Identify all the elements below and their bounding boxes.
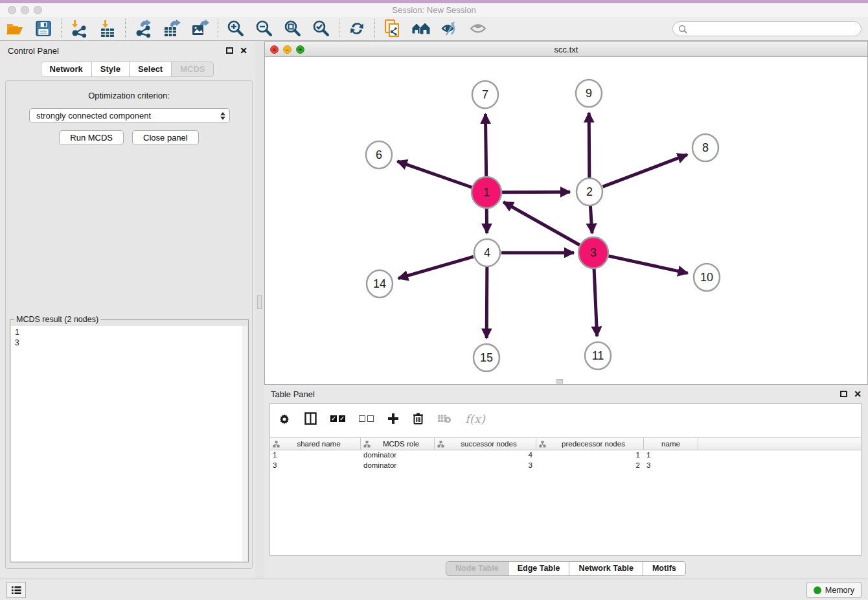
show-graphics-details-icon[interactable]	[468, 19, 488, 38]
tab-style[interactable]: Style	[91, 62, 130, 77]
refresh-layout-icon[interactable]	[347, 19, 367, 38]
graph-node-7[interactable]: 7	[472, 81, 498, 108]
graph-edge-1-6[interactable]	[397, 161, 473, 188]
column-header-predecessor-nodes[interactable]: predecessor nodes	[536, 438, 644, 450]
result-scrollbar[interactable]	[242, 326, 247, 561]
cell-shared-name[interactable]: 1	[270, 450, 361, 461]
graph-edge-3-11[interactable]	[594, 267, 597, 336]
table-mode-gear-icon[interactable]	[278, 412, 291, 425]
import-table-icon[interactable]	[98, 19, 117, 38]
graph-edge-2-9[interactable]	[589, 113, 589, 178]
graph-edge-2-8[interactable]	[603, 155, 687, 187]
memory-button[interactable]: Memory	[806, 582, 862, 598]
graph-edge-1-2[interactable]	[501, 192, 570, 192]
network-close-button[interactable]: ×	[270, 45, 279, 54]
task-history-button[interactable]	[6, 582, 26, 598]
close-table-panel-icon[interactable]: ✕	[854, 389, 862, 399]
column-header-successor-nodes[interactable]: successor nodes	[435, 438, 536, 450]
run-mcds-button[interactable]: Run MCDS	[59, 130, 124, 145]
cell-successor-nodes[interactable]: 4	[435, 450, 536, 461]
cell-shared-name[interactable]: 3	[270, 461, 361, 471]
export-table-icon[interactable]	[162, 19, 181, 38]
open-session-icon[interactable]	[5, 19, 25, 38]
network-window-titlebar[interactable]: × − + scc.txt	[265, 42, 867, 57]
column-type-icon	[539, 441, 546, 448]
search-input[interactable]	[687, 25, 861, 34]
tab-network[interactable]: Network	[41, 62, 92, 77]
toolbar-separator	[339, 19, 339, 38]
optimization-criterion-select[interactable]: strongly connected component	[29, 108, 230, 123]
search-field[interactable]	[672, 21, 862, 36]
vertical-splitter[interactable]	[255, 41, 264, 579]
column-header-shared-name[interactable]: shared name	[270, 438, 361, 450]
graph-node-4[interactable]: 4	[474, 239, 500, 266]
column-header-mcds-role[interactable]: MCDS role	[361, 438, 435, 450]
home-views-icon[interactable]	[411, 19, 431, 38]
zoom-out-icon[interactable]	[255, 19, 274, 38]
graph-edge-4-15[interactable]	[486, 267, 487, 338]
splitter-handle[interactable]	[257, 295, 262, 309]
table-row[interactable]: 1 dominator 4 1 1	[270, 450, 861, 461]
graph-node-9[interactable]: 9	[576, 80, 602, 107]
zoom-selected-icon[interactable]	[312, 19, 331, 38]
graph-node-10[interactable]: 10	[694, 264, 720, 291]
table-row[interactable]: 3 dominator 3 2 3	[270, 461, 861, 471]
mcds-result-text[interactable]: 1 3	[11, 326, 247, 561]
add-column-icon[interactable]	[387, 413, 399, 424]
export-network-icon[interactable]	[133, 19, 153, 38]
graph-node-14[interactable]: 14	[367, 270, 393, 297]
main-toolbar	[0, 17, 868, 41]
graph-edge-3-1[interactable]	[503, 202, 581, 246]
graph-node-8[interactable]: 8	[692, 134, 718, 161]
column-header-name[interactable]: name	[644, 438, 698, 450]
clone-network-icon[interactable]	[383, 19, 402, 38]
graph-node-15[interactable]: 15	[474, 344, 499, 371]
graph-edge-3-10[interactable]	[607, 256, 687, 273]
tab-mcds[interactable]: MCDS	[171, 62, 214, 77]
cell-predecessor-nodes[interactable]: 2	[536, 461, 644, 471]
graph-node-2[interactable]: 2	[577, 178, 602, 205]
zoom-in-icon[interactable]	[226, 19, 246, 38]
cell-name[interactable]: 3	[644, 461, 698, 471]
tab-motifs[interactable]: Motifs	[643, 561, 686, 576]
list-icon	[11, 586, 21, 595]
network-minimize-button[interactable]: −	[283, 45, 291, 54]
network-zoom-button[interactable]: +	[296, 45, 304, 54]
float-panel-icon[interactable]	[226, 47, 233, 54]
zoom-fit-icon[interactable]	[283, 19, 303, 38]
tab-edge-table[interactable]: Edge Table	[508, 561, 570, 576]
table-toolbar: ✓✓ f(x)	[270, 404, 861, 433]
cell-successor-nodes[interactable]: 3	[435, 461, 536, 471]
graph-node-6[interactable]: 6	[366, 141, 392, 168]
export-image-icon[interactable]	[190, 19, 210, 38]
save-session-icon[interactable]	[34, 19, 53, 38]
tab-node-table[interactable]: Node Table	[446, 561, 508, 576]
float-table-panel-icon[interactable]	[840, 391, 847, 397]
import-network-icon[interactable]	[69, 19, 89, 38]
close-panel-button[interactable]: Close panel	[132, 130, 199, 145]
delete-table-icon	[437, 413, 451, 424]
cell-mcds-role[interactable]: dominator	[361, 461, 435, 471]
graph-node-11[interactable]: 11	[585, 342, 611, 369]
cell-mcds-role[interactable]: dominator	[361, 450, 435, 461]
graph-node-1[interactable]: 1	[472, 177, 501, 208]
network-canvas[interactable]: 7968124314101511	[265, 57, 867, 384]
bottom-splitter-handle[interactable]	[556, 379, 563, 384]
tab-select[interactable]: Select	[129, 62, 172, 77]
graph-edge-2-3[interactable]	[590, 206, 592, 233]
graph-node-3[interactable]: 3	[578, 237, 608, 268]
show-columns-icon[interactable]	[304, 412, 317, 425]
cell-name[interactable]: 1	[644, 450, 698, 461]
clear-selection-icon[interactable]	[359, 415, 374, 422]
table-panel-title: Table Panel	[271, 389, 840, 399]
close-panel-icon[interactable]: ✕	[240, 45, 247, 56]
select-all-icon[interactable]: ✓✓	[330, 415, 345, 422]
delete-columns-icon[interactable]	[413, 412, 424, 425]
network-window-title: scc.txt	[265, 42, 867, 54]
hide-graphics-details-icon[interactable]	[440, 19, 459, 38]
graph-edge-4-14[interactable]	[398, 257, 474, 279]
cell-predecessor-nodes[interactable]: 1	[536, 450, 644, 461]
svg-text:15: 15	[480, 351, 493, 364]
graph-edge-1-7[interactable]	[485, 114, 486, 178]
tab-network-table[interactable]: Network Table	[569, 561, 643, 576]
